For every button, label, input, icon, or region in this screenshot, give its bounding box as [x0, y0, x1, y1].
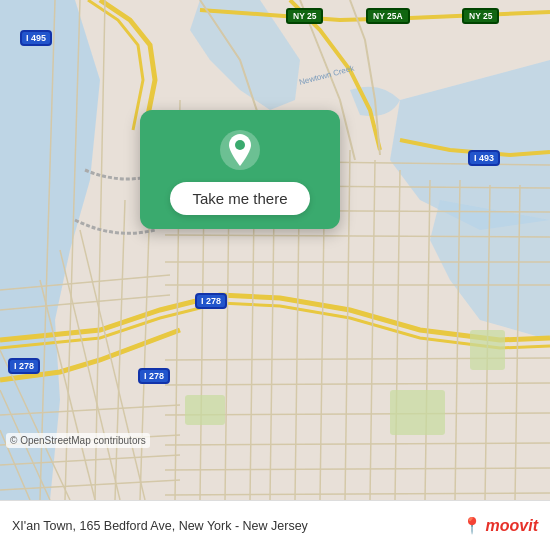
- svg-rect-46: [390, 390, 445, 435]
- address-text: XI'an Town, 165 Bedford Ave, New York - …: [12, 519, 462, 533]
- highway-badge-i278-lower: I 278: [138, 368, 170, 384]
- osm-credit: © OpenStreetMap contributors: [6, 433, 150, 448]
- svg-point-49: [235, 140, 245, 150]
- highway-badge-i495: I 495: [20, 30, 52, 46]
- bottom-bar: XI'an Town, 165 Bedford Ave, New York - …: [0, 500, 550, 550]
- highway-badge-i278-center: I 278: [195, 293, 227, 309]
- svg-rect-47: [470, 330, 505, 370]
- location-card: Take me there: [140, 110, 340, 229]
- moovit-pin-icon: 📍: [462, 516, 482, 535]
- moovit-label: moovit: [486, 517, 538, 535]
- highway-badge-i278-left: I 278: [8, 358, 40, 374]
- sign-ny25: NY 25: [286, 8, 323, 24]
- svg-rect-45: [185, 395, 225, 425]
- map-container: Newtown Creek I 495 I 278 I 278 I 278 I …: [0, 0, 550, 500]
- sign-ny25a: NY 25A: [366, 8, 410, 24]
- sign-ny25-right: NY 25: [462, 8, 499, 24]
- take-me-there-button[interactable]: Take me there: [170, 182, 309, 215]
- moovit-logo: 📍 moovit: [462, 516, 538, 535]
- highway-badge-i493: I 493: [468, 150, 500, 166]
- pin-icon: [218, 128, 262, 172]
